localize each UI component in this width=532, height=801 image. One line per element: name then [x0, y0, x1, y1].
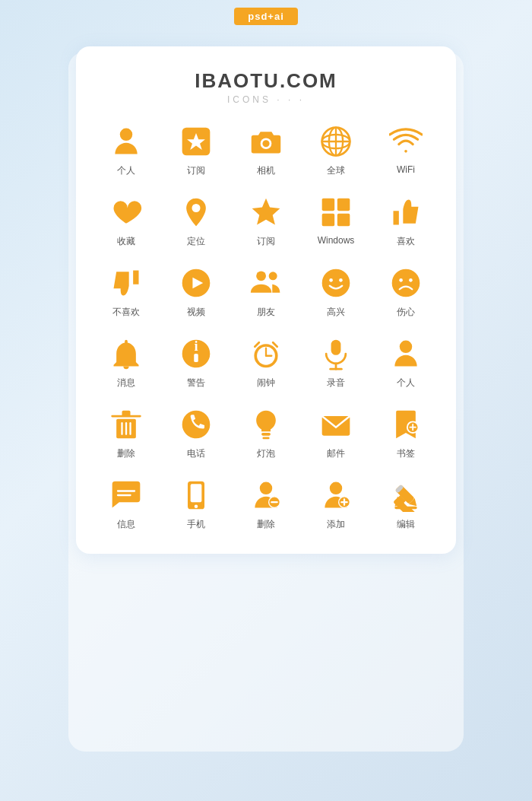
icon-happy: 高兴: [301, 265, 371, 319]
phone-label: 电话: [187, 447, 205, 460]
mobile-icon: [178, 477, 214, 513]
mail-label: 邮件: [327, 447, 345, 460]
icon-bookmark: 书签: [371, 406, 441, 460]
icon-video: 视频: [161, 265, 231, 319]
alert-icon: i: [178, 335, 214, 372]
icon-trash: 删除: [91, 406, 161, 460]
subscribe-star-icon: [178, 123, 214, 160]
icon-delete-user: 删除: [231, 477, 301, 531]
thumbdown-icon: [108, 265, 144, 301]
icon-sad: 伤心: [371, 265, 441, 319]
icon-bulb: 灯泡: [231, 406, 301, 460]
icon-mail: 邮件: [301, 406, 371, 460]
bookmark-label: 书签: [397, 447, 415, 460]
delete-user-label: 删除: [257, 518, 275, 531]
icon-person2: 个人: [371, 335, 441, 389]
top-badge: psd+ai: [234, 8, 298, 25]
subscribe-star-label: 订阅: [187, 164, 205, 177]
location-icon: [178, 194, 214, 230]
svg-point-38: [400, 341, 413, 354]
icon-dislike: 不喜欢: [91, 265, 161, 319]
friends-label: 朋友: [257, 306, 275, 319]
video-label: 视频: [187, 306, 205, 319]
svg-point-56: [195, 504, 198, 508]
icon-windows: Windows: [301, 194, 371, 248]
person2-label: 个人: [397, 377, 415, 389]
happy-label: 高兴: [327, 306, 345, 319]
svg-rect-12: [322, 199, 335, 211]
alarm-icon: [248, 335, 284, 372]
bell-label: 消息: [117, 377, 135, 389]
add-user-label: 添加: [327, 518, 345, 531]
edit-label: 编辑: [397, 518, 415, 531]
bookmark-icon: [388, 406, 424, 443]
sad-label: 伤心: [397, 306, 415, 319]
svg-rect-35: [331, 340, 341, 355]
svg-point-57: [260, 482, 273, 495]
icon-edit: 编辑: [371, 477, 441, 531]
star-label: 订阅: [257, 235, 275, 248]
wifi-icon: [388, 123, 424, 160]
svg-point-19: [269, 272, 277, 280]
icon-add-user: 添加: [301, 477, 371, 531]
like-label: 喜欢: [397, 235, 415, 248]
add-user-icon: [318, 477, 354, 513]
svg-marker-11: [252, 199, 280, 225]
mic-label: 录音: [327, 377, 345, 389]
svg-point-21: [329, 278, 333, 282]
svg-point-22: [339, 278, 343, 282]
card-title: IBAOTU.COM: [91, 69, 441, 93]
svg-point-20: [322, 269, 350, 297]
icon-mic: 录音: [301, 335, 371, 389]
delete-user-icon: [248, 477, 284, 513]
svg-point-60: [330, 482, 343, 495]
mail-icon: [318, 406, 354, 443]
icon-like: 喜欢: [371, 194, 441, 248]
svg-point-4: [262, 140, 269, 147]
svg-point-0: [120, 129, 133, 141]
svg-point-23: [392, 269, 420, 297]
phone-icon: [178, 406, 214, 443]
globe-icon: [318, 123, 354, 160]
icon-subscribe-star: 订阅: [161, 123, 231, 177]
svg-rect-47: [262, 437, 269, 440]
icon-bell: 消息: [91, 335, 161, 389]
svg-rect-41: [122, 411, 131, 416]
svg-point-25: [409, 278, 413, 282]
globe-label: 全球: [327, 164, 345, 177]
bell-icon: [108, 335, 144, 372]
svg-rect-15: [337, 214, 350, 227]
alert-label: 警告: [187, 377, 205, 389]
camera-icon: [248, 123, 284, 160]
icon-phone: 电话: [161, 406, 231, 460]
bulb-label: 灯泡: [257, 447, 275, 460]
wifi-label: WiFi: [397, 164, 415, 175]
mobile-label: 手机: [187, 518, 205, 531]
person-label: 个人: [117, 164, 135, 177]
camera-label: 相机: [257, 164, 275, 177]
windows-icon: [318, 194, 354, 230]
icon-globe: 全球: [301, 123, 371, 177]
icon-alarm: 闹钟: [231, 335, 301, 389]
person-icon: [108, 123, 144, 160]
svg-rect-13: [337, 199, 350, 211]
svg-text:i: i: [194, 339, 198, 354]
icon-mobile: 手机: [161, 477, 231, 531]
edit-icon: [388, 477, 424, 513]
svg-rect-46: [261, 433, 271, 436]
icon-wifi: WiFi: [371, 123, 441, 177]
person2-icon: [388, 335, 424, 372]
alarm-label: 闹钟: [257, 377, 275, 389]
svg-line-34: [273, 342, 277, 347]
svg-point-24: [399, 278, 403, 282]
icon-message: 信息: [91, 477, 161, 531]
icon-camera: 相机: [231, 123, 301, 177]
video-icon: [178, 265, 214, 301]
star-icon: [248, 194, 284, 230]
message-label: 信息: [117, 518, 135, 531]
heart-label: 收藏: [117, 235, 135, 248]
location-label: 定位: [187, 235, 205, 248]
svg-point-18: [256, 271, 266, 281]
icon-heart: 收藏: [91, 194, 161, 248]
dislike-label: 不喜欢: [112, 306, 140, 319]
